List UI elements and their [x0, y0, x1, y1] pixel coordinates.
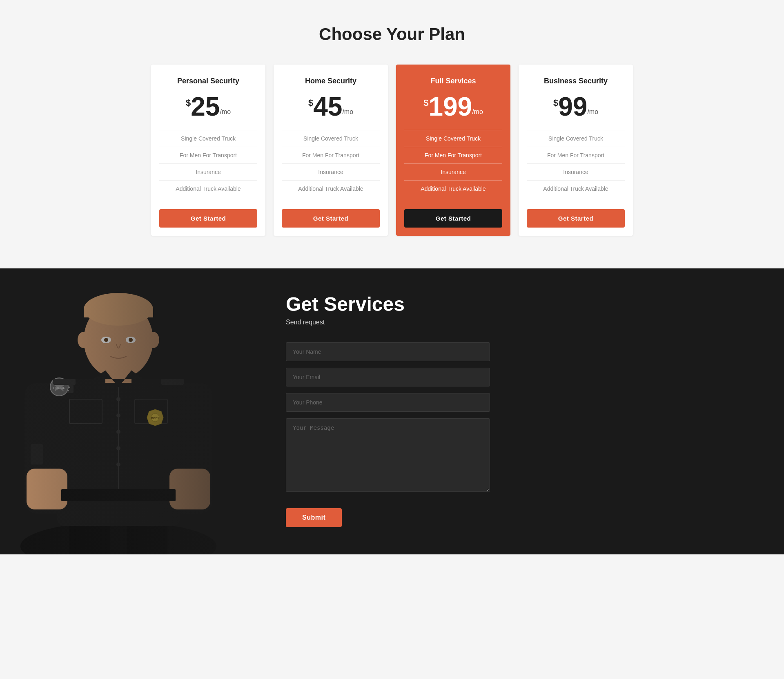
services-form: Submit — [286, 342, 751, 527]
price-mo-full: /mo — [472, 108, 483, 116]
feature-item: Additional Truck Available — [282, 180, 380, 197]
phone-form-group — [286, 393, 751, 412]
price-row-personal: $ 25 /mo — [186, 94, 231, 120]
get-started-button-home[interactable]: Get Started — [282, 209, 380, 228]
plan-name-home: Home Security — [305, 77, 356, 85]
price-amount-business: 99 — [558, 94, 587, 120]
plan-card-full: Full Services $ 199 /mo Single Covered T… — [396, 65, 510, 236]
features-list-full: Single Covered Truck For Men For Transpo… — [404, 130, 502, 197]
price-row-full: $ 199 /mo — [423, 94, 483, 120]
pricing-section: Choose Your Plan Personal Security $ 25 … — [0, 0, 784, 268]
price-mo-personal: /mo — [220, 108, 231, 116]
name-input[interactable] — [286, 342, 490, 361]
services-title: Get Services — [286, 293, 751, 315]
feature-item: For Men For Transport — [527, 147, 625, 163]
pricing-cards-container: Personal Security $ 25 /mo Single Covere… — [8, 65, 776, 236]
features-list-personal: Single Covered Truck For Men For Transpo… — [159, 130, 257, 197]
services-content: Get Services Send request Submit — [253, 268, 784, 552]
feature-item: Additional Truck Available — [404, 180, 502, 197]
plan-card-business: Business Security $ 99 /mo Single Covere… — [519, 65, 633, 236]
feature-item: Single Covered Truck — [527, 130, 625, 147]
price-amount-personal: 25 — [191, 94, 220, 120]
svg-rect-41 — [0, 268, 237, 554]
features-list-home: Single Covered Truck For Men For Transpo… — [282, 130, 380, 197]
feature-item: Insurance — [282, 163, 380, 180]
price-dollar-business: $ — [553, 98, 558, 108]
get-started-button-full[interactable]: Get Started — [404, 209, 502, 228]
phone-input[interactable] — [286, 393, 490, 412]
features-list-business: Single Covered Truck For Men For Transpo… — [527, 130, 625, 197]
feature-item: Insurance — [404, 163, 502, 180]
price-row-business: $ 99 /mo — [553, 94, 598, 120]
price-amount-home: 45 — [313, 94, 342, 120]
services-subtitle: Send request — [286, 319, 751, 326]
feature-item: For Men For Transport — [282, 147, 380, 163]
price-mo-business: /mo — [587, 108, 598, 116]
services-section: POLICE BODY — [0, 268, 784, 554]
price-dollar-home: $ — [308, 98, 313, 108]
feature-item: For Men For Transport — [404, 147, 502, 163]
price-amount-full: 199 — [428, 94, 472, 120]
feature-item: Insurance — [527, 163, 625, 180]
feature-item: Single Covered Truck — [282, 130, 380, 147]
feature-item: Single Covered Truck — [159, 130, 257, 147]
plan-card-personal: Personal Security $ 25 /mo Single Covere… — [151, 65, 265, 236]
pricing-title: Choose Your Plan — [8, 25, 776, 44]
feature-item: Single Covered Truck — [404, 130, 502, 147]
price-mo-home: /mo — [342, 108, 353, 116]
plan-name-personal: Personal Security — [177, 77, 239, 85]
plan-card-home: Home Security $ 45 /mo Single Covered Tr… — [274, 65, 388, 236]
email-input[interactable] — [286, 368, 490, 386]
feature-item: Additional Truck Available — [527, 180, 625, 197]
feature-item: Additional Truck Available — [159, 180, 257, 197]
email-form-group — [286, 368, 751, 386]
get-started-button-business[interactable]: Get Started — [527, 209, 625, 228]
officer-image: POLICE BODY — [0, 268, 237, 554]
submit-button[interactable]: Submit — [286, 508, 342, 527]
get-started-button-personal[interactable]: Get Started — [159, 209, 257, 228]
price-dollar-personal: $ — [186, 98, 191, 108]
plan-name-full: Full Services — [430, 77, 476, 85]
message-form-group — [286, 418, 751, 494]
feature-item: For Men For Transport — [159, 147, 257, 163]
message-textarea[interactable] — [286, 418, 490, 492]
price-dollar-full: $ — [423, 98, 428, 108]
feature-item: Insurance — [159, 163, 257, 180]
name-form-group — [286, 342, 751, 361]
price-row-home: $ 45 /mo — [308, 94, 353, 120]
plan-name-business: Business Security — [544, 77, 608, 85]
